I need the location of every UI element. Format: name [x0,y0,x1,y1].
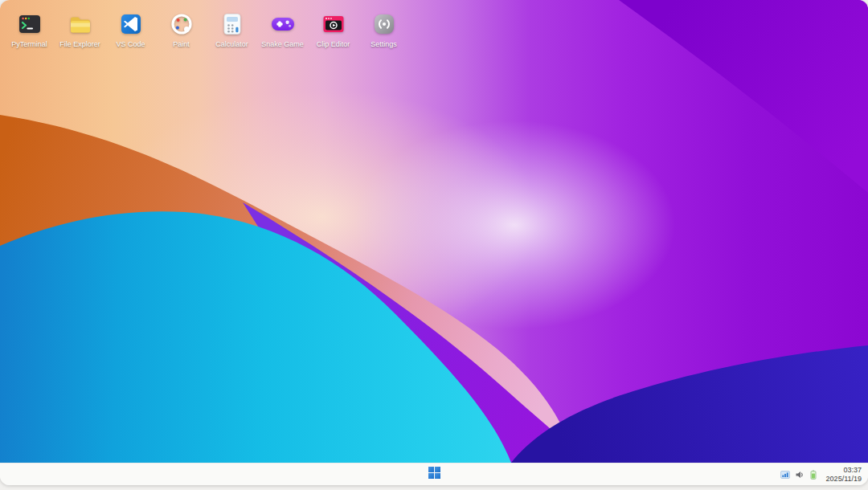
clock-date: 2025/11/19 [826,475,862,484]
screen: PyTerminal File Explorer [0,0,868,485]
desktop-icon-label: Settings [371,40,397,48]
desktop-icon-label: VS Code [116,40,145,48]
wallpaper [0,0,868,463]
volume-icon[interactable] [796,471,805,479]
network-status-icon[interactable] [780,471,790,479]
pyterminal-icon [17,11,43,37]
gamepad-icon [270,11,296,37]
desktop-icon-label: Calculator [215,40,248,48]
desktop-icon-label: Clip Editor [317,40,350,48]
desktop-icon-grid: PyTerminal File Explorer [4,10,409,50]
clock-time: 03:37 [826,466,862,475]
taskbar: 03:37 2025/11/19 [0,463,868,485]
start-button[interactable] [420,465,448,484]
taskbar-clock[interactable]: 03:37 2025/11/19 [826,466,862,483]
desktop-icon-label: PyTerminal [11,40,47,48]
desktop-icon-label: Snake Game [261,40,304,48]
desktop-icon-calculator[interactable]: Calculator [207,10,257,50]
settings-gear-icon [371,11,397,37]
desktop-icon-clip-editor[interactable]: Clip Editor [308,10,358,50]
desktop-icon-snake-game[interactable]: Snake Game [257,10,308,50]
folder-icon [68,11,93,37]
video-player-icon [321,11,346,37]
desktop-icon-paint[interactable]: Paint [156,10,207,50]
desktop-icon-label: File Explorer [59,40,100,48]
desktop-icon-vs-code[interactable]: VS Code [105,10,156,50]
windows-logo-icon [428,467,440,482]
desktop-icon-pyterminal[interactable]: PyTerminal [4,10,55,50]
desktop-icon-file-explorer[interactable]: File Explorer [55,10,105,50]
system-tray: 03:37 2025/11/19 [780,463,862,485]
desktop-icon-label: Paint [173,40,190,48]
desktop-icon-settings[interactable]: Settings [358,10,409,50]
battery-icon[interactable] [810,470,817,480]
palette-icon [169,11,194,37]
calculator-icon [219,11,245,37]
vscode-icon [118,11,144,37]
